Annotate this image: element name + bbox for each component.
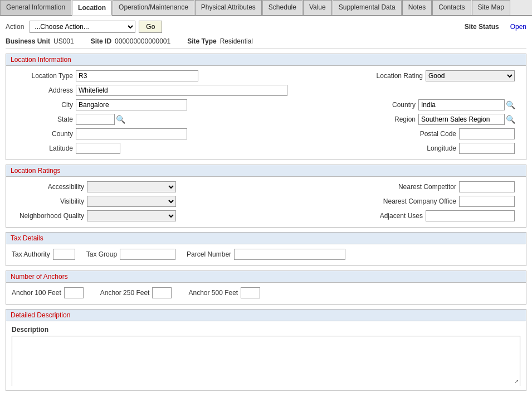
location-ratings-header: Location Ratings [6,165,526,177]
tab-bar: General Information Location Operation/M… [0,0,532,16]
latitude-label: Latitude [12,144,73,152]
region-search-icon[interactable]: 🔍 [506,115,515,124]
tax-details-header: Tax Details [6,233,526,244]
visibility-select[interactable] [87,196,176,207]
tab-operation-maintenance[interactable]: Operation/Maintenance [113,0,194,15]
nearest-competitor-label: Nearest Competitor [373,183,456,191]
main-content: Action ...Choose Action... Go Site Statu… [0,16,532,396]
description-label: Description [12,326,520,334]
country-label: Country [349,101,416,109]
region-input[interactable] [418,114,505,125]
location-info-header: Location Information [6,54,526,66]
site-type-label: Site Type [187,37,216,45]
tab-notes[interactable]: Notes [402,0,432,15]
address-input[interactable] [76,85,287,96]
location-ratings-section: Location Ratings Accessibility Nearest C… [6,165,526,228]
site-type-value: Residential [220,37,253,45]
action-select[interactable]: ...Choose Action... [30,21,135,33]
anchor-500-input[interactable] [241,287,260,298]
description-header: Detailed Description [6,310,526,321]
description-section: Detailed Description Description ↗ [6,309,526,391]
info-row: Business Unit US001 Site ID 000000000000… [6,37,526,49]
tab-physical-attributes[interactable]: Physical Attributes [195,0,262,15]
action-right: Site Status Open [465,23,526,31]
longitude-label: Longitude [389,144,456,152]
state-label: State [12,115,73,123]
state-input[interactable] [76,114,115,125]
city-input[interactable] [76,99,187,110]
neighborhood-quality-select[interactable] [87,210,176,221]
tab-schedule[interactable]: Schedule [262,0,302,15]
anchor-500-label: Anchor 500 Feet [188,289,238,297]
longitude-input[interactable] [459,143,515,154]
anchor-250-input[interactable] [152,287,172,298]
neighborhood-quality-label: Neighborhood Quality [12,212,84,220]
latitude-input[interactable] [76,143,120,154]
site-id-value: 000000000000001 [115,37,170,45]
adjacent-uses-label: Adjacent Uses [339,212,423,220]
tax-details-body: Tax Authority Tax Group Parcel Number [6,244,526,265]
location-ratings-body: Accessibility Nearest Competitor Visibil… [6,177,526,227]
region-label: Region [349,115,416,123]
anchor-100-label: Anchor 100 Feet [12,289,61,297]
city-label: City [12,101,73,109]
anchor-100-input[interactable] [64,287,84,298]
country-input[interactable] [418,99,505,110]
county-input[interactable] [76,128,187,139]
site-status-label: Site Status [465,23,499,31]
location-type-label: Location Type [12,72,73,80]
tab-value[interactable]: Value [303,0,332,15]
adjacent-uses-input[interactable] [426,210,515,221]
site-type-item: Site Type Residential [187,37,253,45]
action-label: Action [6,23,24,31]
tax-authority-label: Tax Authority [12,250,50,258]
anchor-250-label: Anchor 250 Feet [100,289,150,297]
site-status-value: Open [510,23,526,31]
business-unit-label: Business Unit [6,37,50,45]
address-label: Address [12,86,73,94]
tax-details-section: Tax Details Tax Authority Tax Group Parc… [6,232,526,266]
location-info-section: Location Information Location Type Locat… [6,54,526,160]
parcel-number-input[interactable] [234,249,345,260]
tab-location[interactable]: Location [72,1,112,16]
location-info-body: Location Type Location Rating Good Addre… [6,66,526,160]
nearest-company-office-label: Nearest Company Office [373,197,456,205]
go-button[interactable]: Go [139,21,162,33]
tab-general-information[interactable]: General Information [0,0,71,15]
accessibility-select[interactable] [87,181,176,192]
action-left: Action ...Choose Action... Go [6,21,162,33]
description-textarea[interactable] [12,336,520,387]
visibility-label: Visibility [12,197,84,205]
state-search-icon[interactable]: 🔍 [116,115,125,124]
postal-code-input[interactable] [459,128,515,139]
parcel-number-label: Parcel Number [187,250,231,258]
tab-contacts[interactable]: Contacts [432,0,471,15]
anchors-header: Number of Anchors [6,271,526,283]
resize-handle[interactable]: ↗ [514,378,519,384]
anchors-body: Anchor 100 Feet Anchor 250 Feet Anchor 5… [6,283,526,304]
business-unit-item: Business Unit US001 [6,37,74,45]
accessibility-label: Accessibility [12,183,84,191]
description-body: Description ↗ [6,321,526,390]
tab-site-map[interactable]: Site Map [472,0,510,15]
location-rating-select[interactable]: Good [426,70,515,81]
location-type-input[interactable] [76,70,198,81]
country-search-icon[interactable]: 🔍 [506,100,515,109]
business-unit-value: US001 [53,37,74,45]
nearest-competitor-input[interactable] [459,181,515,192]
site-id-item: Site ID 000000000000001 [91,37,170,45]
anchors-section: Number of Anchors Anchor 100 Feet Anchor… [6,271,526,305]
tab-supplemental-data[interactable]: Supplemental Data [333,0,402,15]
site-id-label: Site ID [91,37,111,45]
nearest-company-office-input[interactable] [459,196,515,207]
tax-group-input[interactable] [120,249,175,260]
location-rating-label: Location Rating [356,72,423,80]
postal-code-label: Postal Code [389,130,456,138]
action-bar: Action ...Choose Action... Go Site Statu… [6,21,526,33]
tax-group-label: Tax Group [86,250,117,258]
tax-authority-input[interactable] [53,249,75,260]
county-label: County [12,130,73,138]
